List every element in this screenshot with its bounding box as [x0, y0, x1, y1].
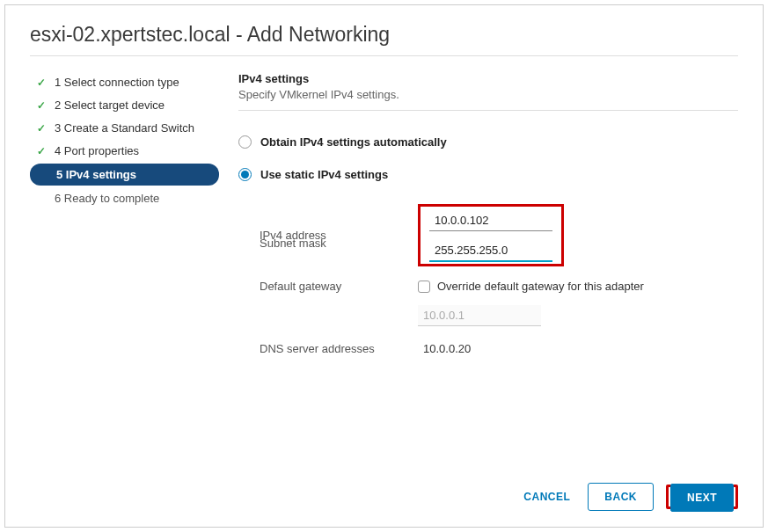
gateway-override[interactable]: Override default gateway for this adapte…	[418, 280, 644, 293]
step-4[interactable]: ✓ 4 Port properties	[30, 141, 219, 161]
step-6: ✓ 6 Ready to complete	[30, 188, 219, 208]
checkbox-icon	[418, 281, 430, 293]
step-2[interactable]: ✓ 2 Select target device	[30, 95, 219, 115]
highlight-annotation	[418, 204, 564, 266]
highlight-annotation: NEXT	[666, 485, 738, 509]
radio-icon	[238, 135, 252, 149]
add-networking-dialog: esxi-02.xpertstec.local - Add Networking…	[4, 4, 764, 528]
step-label: 4 Port properties	[55, 144, 139, 157]
main-panel: IPv4 settings Specify VMkernel IPv4 sett…	[235, 72, 738, 470]
check-icon: ✓	[37, 122, 48, 135]
step-label: 2 Select target device	[55, 98, 165, 112]
subnet-label: Subnet mask	[260, 237, 418, 250]
override-label: Override default gateway for this adapte…	[437, 280, 644, 293]
radio-static[interactable]: Use static IPv4 settings	[238, 168, 738, 181]
check-icon: ✓	[37, 145, 48, 157]
dialog-title: esxi-02.xpertstec.local - Add Networking	[30, 23, 738, 56]
row-gateway-value	[260, 305, 738, 326]
gateway-input	[418, 305, 541, 326]
step-label: 6 Ready to complete	[55, 192, 159, 205]
dialog-footer: CANCEL BACK NEXT	[30, 470, 738, 511]
radio-icon	[238, 168, 252, 181]
dns-label: DNS server addresses	[260, 342, 418, 355]
row-gateway: Default gateway Override default gateway…	[260, 280, 738, 293]
panel-subheading: Specify VMkernel IPv4 settings.	[238, 88, 738, 111]
step-label: 3 Create a Standard Switch	[55, 121, 194, 135]
row-ipv4: IPv4 address	[260, 204, 738, 266]
step-label: 1 Select connection type	[55, 76, 179, 89]
check-icon: ✓	[37, 99, 48, 112]
ipv4-input[interactable]	[429, 210, 552, 231]
step-label: 5 IPv4 settings	[56, 168, 136, 181]
step-3[interactable]: ✓ 3 Create a Standard Switch	[30, 118, 219, 138]
dialog-content: ✓ 1 Select connection type ✓ 2 Select ta…	[30, 72, 738, 470]
step-1[interactable]: ✓ 1 Select connection type	[30, 72, 219, 92]
panel-heading: IPv4 settings	[238, 72, 738, 85]
check-icon: ✓	[37, 77, 48, 89]
wizard-steps: ✓ 1 Select connection type ✓ 2 Select ta…	[30, 72, 219, 470]
next-button[interactable]: NEXT	[670, 484, 734, 512]
radio-label: Use static IPv4 settings	[260, 168, 388, 181]
step-5[interactable]: ✓ 5 IPv4 settings	[30, 164, 219, 186]
subnet-input[interactable]	[429, 240, 552, 262]
dns-value: 10.0.0.20	[418, 339, 476, 359]
back-button[interactable]: BACK	[588, 483, 654, 511]
radio-label: Obtain IPv4 settings automatically	[260, 135, 447, 149]
gateway-label: Default gateway	[260, 280, 418, 293]
radio-auto[interactable]: Obtain IPv4 settings automatically	[238, 135, 738, 149]
cancel-button[interactable]: CANCEL	[518, 484, 575, 510]
static-ip-form: IPv4 address Subnet mask Default gatew	[238, 204, 738, 359]
row-dns: DNS server addresses 10.0.0.20	[260, 339, 738, 359]
